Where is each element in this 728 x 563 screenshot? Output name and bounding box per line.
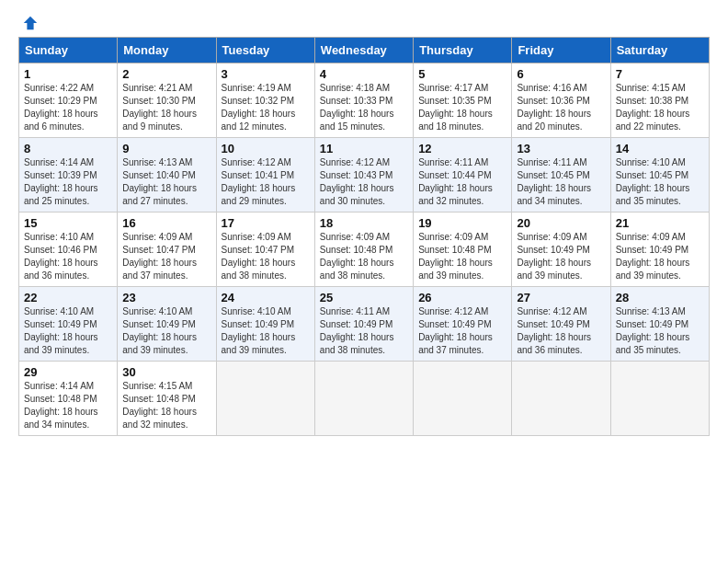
day-info: Sunrise: 4:19 AMSunset: 10:32 PMDaylight… bbox=[222, 82, 310, 133]
weekday-header-friday: Friday bbox=[512, 38, 610, 63]
day-number: 7 bbox=[616, 67, 704, 81]
day-number: 14 bbox=[616, 142, 704, 155]
weekday-header-wednesday: Wednesday bbox=[314, 38, 413, 63]
calendar-day-cell: 26Sunrise: 4:12 AMSunset: 10:49 PMDaylig… bbox=[414, 287, 512, 362]
calendar-day-cell: 28Sunrise: 4:13 AMSunset: 10:49 PMDaylig… bbox=[610, 287, 709, 362]
calendar-day-cell bbox=[512, 362, 610, 436]
calendar-day-cell: 16Sunrise: 4:09 AMSunset: 10:47 PMDaylig… bbox=[118, 213, 216, 287]
day-info: Sunrise: 4:14 AMSunset: 10:39 PMDaylight… bbox=[24, 156, 112, 208]
day-info: Sunrise: 4:13 AMSunset: 10:49 PMDaylight… bbox=[616, 305, 704, 357]
weekday-header-monday: Monday bbox=[118, 38, 216, 63]
day-info: Sunrise: 4:15 AMSunset: 10:38 PMDaylight… bbox=[616, 82, 704, 133]
day-info: Sunrise: 4:09 AMSunset: 10:49 PMDaylight… bbox=[616, 231, 704, 282]
calendar-day-cell: 27Sunrise: 4:12 AMSunset: 10:49 PMDaylig… bbox=[512, 287, 610, 362]
day-info: Sunrise: 4:10 AMSunset: 10:49 PMDaylight… bbox=[24, 305, 112, 357]
calendar-day-cell: 7Sunrise: 4:15 AMSunset: 10:38 PMDayligh… bbox=[610, 63, 709, 138]
day-info: Sunrise: 4:18 AMSunset: 10:33 PMDaylight… bbox=[320, 82, 408, 133]
day-info: Sunrise: 4:15 AMSunset: 10:48 PMDaylight… bbox=[122, 380, 210, 431]
day-number: 18 bbox=[320, 216, 408, 230]
calendar-day-cell: 11Sunrise: 4:12 AMSunset: 10:43 PMDaylig… bbox=[314, 138, 413, 213]
calendar-table: SundayMondayTuesdayWednesdayThursdayFrid… bbox=[18, 37, 710, 436]
day-number: 23 bbox=[122, 291, 210, 304]
calendar-day-cell: 30Sunrise: 4:15 AMSunset: 10:48 PMDaylig… bbox=[118, 362, 216, 436]
page: SundayMondayTuesdayWednesdayThursdayFrid… bbox=[0, 0, 728, 563]
calendar-day-cell bbox=[610, 362, 709, 436]
day-info: Sunrise: 4:14 AMSunset: 10:48 PMDaylight… bbox=[24, 380, 112, 431]
day-info: Sunrise: 4:10 AMSunset: 10:46 PMDaylight… bbox=[24, 231, 112, 282]
day-info: Sunrise: 4:11 AMSunset: 10:45 PMDaylight… bbox=[517, 156, 605, 208]
day-info: Sunrise: 4:12 AMSunset: 10:41 PMDaylight… bbox=[222, 156, 310, 208]
day-number: 3 bbox=[222, 67, 310, 81]
day-info: Sunrise: 4:21 AMSunset: 10:30 PMDaylight… bbox=[122, 82, 210, 133]
day-number: 26 bbox=[418, 291, 506, 304]
day-info: Sunrise: 4:13 AMSunset: 10:40 PMDaylight… bbox=[122, 156, 210, 208]
weekday-header-row: SundayMondayTuesdayWednesdayThursdayFrid… bbox=[19, 38, 710, 63]
day-number: 5 bbox=[418, 67, 506, 81]
calendar-day-cell: 4Sunrise: 4:18 AMSunset: 10:33 PMDayligh… bbox=[314, 63, 413, 138]
calendar-day-cell: 8Sunrise: 4:14 AMSunset: 10:39 PMDayligh… bbox=[19, 138, 118, 213]
svg-marker-0 bbox=[24, 17, 37, 29]
calendar-day-cell: 25Sunrise: 4:11 AMSunset: 10:49 PMDaylig… bbox=[314, 287, 413, 362]
day-info: Sunrise: 4:10 AMSunset: 10:49 PMDaylight… bbox=[122, 305, 210, 357]
day-number: 12 bbox=[418, 142, 506, 155]
calendar-day-cell: 10Sunrise: 4:12 AMSunset: 10:41 PMDaylig… bbox=[216, 138, 314, 213]
calendar-day-cell: 17Sunrise: 4:09 AMSunset: 10:47 PMDaylig… bbox=[216, 213, 314, 287]
day-number: 6 bbox=[517, 67, 605, 81]
calendar-day-cell: 12Sunrise: 4:11 AMSunset: 10:44 PMDaylig… bbox=[414, 138, 512, 213]
day-number: 9 bbox=[122, 142, 210, 155]
day-number: 19 bbox=[418, 216, 506, 230]
day-number: 17 bbox=[222, 216, 310, 230]
day-info: Sunrise: 4:09 AMSunset: 10:47 PMDaylight… bbox=[122, 231, 210, 282]
day-number: 8 bbox=[24, 142, 112, 155]
day-number: 27 bbox=[517, 291, 605, 304]
calendar-day-cell: 13Sunrise: 4:11 AMSunset: 10:45 PMDaylig… bbox=[512, 138, 610, 213]
calendar-day-cell: 20Sunrise: 4:09 AMSunset: 10:49 PMDaylig… bbox=[512, 213, 610, 287]
day-info: Sunrise: 4:22 AMSunset: 10:29 PMDaylight… bbox=[24, 82, 112, 133]
day-info: Sunrise: 4:09 AMSunset: 10:49 PMDaylight… bbox=[517, 231, 605, 282]
weekday-header-saturday: Saturday bbox=[610, 38, 709, 63]
header bbox=[18, 15, 710, 31]
calendar-day-cell: 9Sunrise: 4:13 AMSunset: 10:40 PMDayligh… bbox=[118, 138, 216, 213]
day-number: 29 bbox=[24, 365, 112, 379]
day-number: 15 bbox=[24, 216, 112, 230]
day-number: 16 bbox=[122, 216, 210, 230]
calendar-day-cell: 22Sunrise: 4:10 AMSunset: 10:49 PMDaylig… bbox=[19, 287, 118, 362]
calendar-day-cell bbox=[414, 362, 512, 436]
calendar-week-row: 1Sunrise: 4:22 AMSunset: 10:29 PMDayligh… bbox=[19, 63, 710, 138]
calendar-day-cell bbox=[314, 362, 413, 436]
day-number: 25 bbox=[320, 291, 408, 304]
day-number: 28 bbox=[616, 291, 704, 304]
day-info: Sunrise: 4:10 AMSunset: 10:49 PMDaylight… bbox=[222, 305, 310, 357]
day-info: Sunrise: 4:16 AMSunset: 10:36 PMDaylight… bbox=[517, 82, 605, 133]
day-number: 11 bbox=[320, 142, 408, 155]
calendar-day-cell: 2Sunrise: 4:21 AMSunset: 10:30 PMDayligh… bbox=[118, 63, 216, 138]
day-info: Sunrise: 4:10 AMSunset: 10:45 PMDaylight… bbox=[616, 156, 704, 208]
calendar-week-row: 15Sunrise: 4:10 AMSunset: 10:46 PMDaylig… bbox=[19, 213, 710, 287]
day-info: Sunrise: 4:12 AMSunset: 10:43 PMDaylight… bbox=[320, 156, 408, 208]
day-number: 24 bbox=[222, 291, 310, 304]
calendar-week-row: 29Sunrise: 4:14 AMSunset: 10:48 PMDaylig… bbox=[19, 362, 710, 436]
day-info: Sunrise: 4:11 AMSunset: 10:49 PMDaylight… bbox=[320, 305, 408, 357]
calendar-day-cell: 3Sunrise: 4:19 AMSunset: 10:32 PMDayligh… bbox=[216, 63, 314, 138]
day-number: 30 bbox=[122, 365, 210, 379]
day-number: 13 bbox=[517, 142, 605, 155]
day-number: 10 bbox=[222, 142, 310, 155]
logo-container bbox=[18, 15, 39, 31]
day-info: Sunrise: 4:17 AMSunset: 10:35 PMDaylight… bbox=[418, 82, 506, 133]
calendar-day-cell: 1Sunrise: 4:22 AMSunset: 10:29 PMDayligh… bbox=[19, 63, 118, 138]
logo-text bbox=[18, 15, 39, 31]
calendar-week-row: 22Sunrise: 4:10 AMSunset: 10:49 PMDaylig… bbox=[19, 287, 710, 362]
day-info: Sunrise: 4:12 AMSunset: 10:49 PMDaylight… bbox=[418, 305, 506, 357]
calendar-day-cell: 18Sunrise: 4:09 AMSunset: 10:48 PMDaylig… bbox=[314, 213, 413, 287]
weekday-header-sunday: Sunday bbox=[19, 38, 118, 63]
logo-icon bbox=[22, 15, 39, 31]
calendar-day-cell: 14Sunrise: 4:10 AMSunset: 10:45 PMDaylig… bbox=[610, 138, 709, 213]
day-number: 4 bbox=[320, 67, 408, 81]
day-info: Sunrise: 4:09 AMSunset: 10:47 PMDaylight… bbox=[222, 231, 310, 282]
day-number: 20 bbox=[517, 216, 605, 230]
calendar-day-cell: 23Sunrise: 4:10 AMSunset: 10:49 PMDaylig… bbox=[118, 287, 216, 362]
day-number: 1 bbox=[24, 67, 112, 81]
day-number: 2 bbox=[122, 67, 210, 81]
calendar-day-cell: 24Sunrise: 4:10 AMSunset: 10:49 PMDaylig… bbox=[216, 287, 314, 362]
calendar-day-cell: 15Sunrise: 4:10 AMSunset: 10:46 PMDaylig… bbox=[19, 213, 118, 287]
